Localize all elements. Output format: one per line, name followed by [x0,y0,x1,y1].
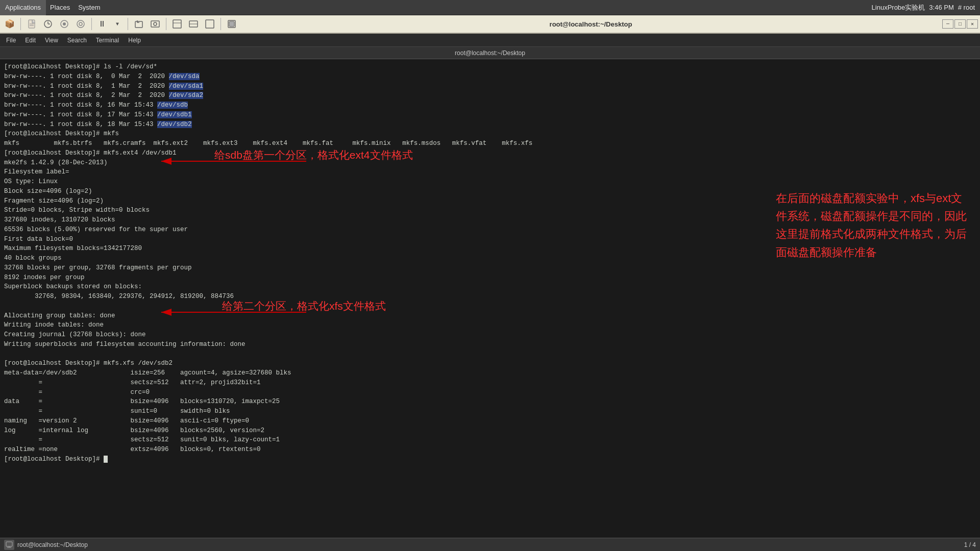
screenshot-icon[interactable] [148,17,163,31]
svg-point-8 [77,20,84,28]
toolbar-separator-5 [220,18,221,30]
svg-point-9 [79,22,82,26]
toolbar-separator-2 [91,18,92,30]
help-menu[interactable]: Help [125,36,144,45]
workspace-icon [4,540,14,550]
pause-icon[interactable]: ⏸ [95,17,109,31]
toolbar-separator-3 [128,18,128,30]
gnome-panel: Applications Places System LinuxProbe实验机… [0,0,980,15]
snapshot-icon[interactable] [57,17,72,31]
reset-icon[interactable] [131,17,146,31]
toolbar-separator-4 [166,18,166,30]
toolbar-separator-1 [20,18,21,30]
terminal-header: File Edit View Search Terminal Help [0,34,980,47]
status-bar: root@localhost:~/Desktop 1 / 4 [0,538,980,551]
maximize-button[interactable]: □ [954,19,966,29]
view3-icon[interactable] [202,17,217,31]
svg-rect-17 [206,20,214,28]
clock: 3:46 PM [929,4,953,11]
svg-rect-19 [229,21,234,27]
snapshot2-icon[interactable] [73,17,88,31]
workspace-label: root@localhost:~/Desktop [17,541,88,548]
view2-icon[interactable] [186,17,201,31]
file-menu[interactable]: File [3,36,19,45]
terminal-body-wrapper: [root@localhost Desktop]# ls -l /dev/sd*… [0,59,980,538]
edit-menu[interactable]: Edit [22,36,39,45]
dropdown-icon[interactable]: ▼ [110,17,125,31]
svg-point-7 [63,22,66,26]
terminal-titlebar: root@localhost:~/Desktop [0,47,980,59]
page-indicator: 1 / 4 [964,541,976,548]
status-left: root@localhost:~/Desktop [4,540,88,550]
fullscreen-icon[interactable] [224,17,239,31]
svg-rect-13 [173,20,181,28]
svg-point-12 [154,22,157,26]
user-label: # root [958,4,975,11]
system-menu[interactable]: System [74,0,104,15]
panel-left: Applications Places System [0,0,104,15]
machine-label: LinuxProbe实验机 [872,3,925,12]
view-menu[interactable]: View [42,36,61,45]
minimize-button[interactable]: ─ [942,19,953,29]
vbox-toolbar: 📦 ⏸ ▼ [0,15,980,34]
applications-menu[interactable]: Applications [0,0,46,15]
view1-icon[interactable] [169,17,185,31]
terminal-menu[interactable]: Terminal [93,36,122,45]
panel-right: LinuxProbe实验机 3:46 PM # root [867,3,980,12]
close-button[interactable]: ✕ [967,19,978,29]
history-icon[interactable] [40,17,56,31]
terminal-output[interactable]: [root@localhost Desktop]# ls -l /dev/sd*… [0,59,980,538]
svg-rect-11 [151,21,159,27]
file-icon[interactable] [24,17,39,31]
terminal-text: [root@localhost Desktop]# ls -l /dev/sd*… [4,62,976,464]
vbox-icon: 📦 [2,17,17,31]
window-title: root@localhost:~/Desktop [240,20,941,28]
places-menu[interactable]: Places [46,0,74,15]
svg-rect-24 [6,542,12,546]
terminal-tab-title[interactable]: root@localhost:~/Desktop [455,49,525,57]
search-menu[interactable]: Search [64,36,90,45]
